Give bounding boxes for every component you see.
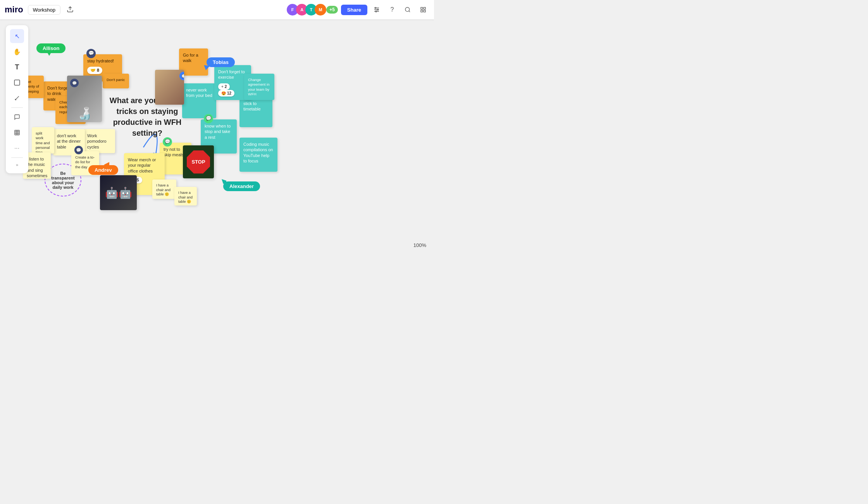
sidebar-divider bbox=[11, 107, 23, 108]
sidebar: ↖ ✋ T ··· » bbox=[6, 25, 28, 173]
chat-icon-todo: 💬 bbox=[74, 146, 83, 154]
image-stop-sign: STOP bbox=[183, 145, 214, 178]
canvas: What are your tips & tricks on staying p… bbox=[0, 19, 434, 252]
chat-icon-image: 💬 bbox=[70, 79, 79, 87]
svg-point-6 bbox=[405, 7, 410, 12]
chat-icon-stop: 💬 bbox=[204, 114, 213, 123]
allison-cursor bbox=[46, 51, 52, 56]
sticky-chair-2[interactable]: I have a chair and table 🙂 bbox=[174, 187, 197, 205]
header: miro Workshop F A T M +5 Share ? bbox=[0, 0, 434, 19]
reactions-exercise: + 2 😍 12 bbox=[218, 83, 247, 97]
svg-rect-8 bbox=[424, 7, 425, 9]
user-badge-tobias: Tobias bbox=[207, 57, 235, 67]
comment-tool[interactable] bbox=[10, 110, 24, 124]
select-tool[interactable]: ↖ bbox=[10, 29, 24, 43]
andrev-cursor bbox=[104, 162, 109, 169]
logo: miro bbox=[5, 5, 23, 15]
sticky-change-agreement[interactable]: Change agreement in your team by WFH bbox=[244, 74, 274, 100]
reaction-chip-plus[interactable]: + 2 bbox=[218, 83, 230, 90]
stop-sign: STOP bbox=[187, 150, 210, 174]
user-badge-alexander: Alexander bbox=[223, 181, 260, 191]
zoom-level: 100% bbox=[413, 242, 426, 248]
svg-line-12 bbox=[15, 96, 19, 100]
avatar-4: M bbox=[315, 4, 326, 16]
sticky-split-work[interactable]: split work time and personal time bbox=[32, 127, 54, 154]
reaction-chip-heart-eyes[interactable]: 😍 12 bbox=[218, 90, 234, 97]
sticky-dont-panic[interactable]: Don't panic bbox=[103, 74, 129, 88]
workspace-name[interactable]: Workshop bbox=[28, 5, 60, 15]
chat-icon-woman: 💬 bbox=[179, 72, 184, 80]
settings-icon[interactable] bbox=[370, 3, 383, 16]
chat-icon-stay-hydrated: 💬 bbox=[86, 49, 96, 58]
image-water-bottle: 💬 🍶 bbox=[67, 76, 102, 122]
reaction-chip-hydrated[interactable]: 🤝 8 bbox=[87, 67, 102, 74]
share-button[interactable]: Share bbox=[341, 5, 367, 15]
svg-point-4 bbox=[377, 9, 379, 10]
sticky-tool[interactable] bbox=[10, 76, 24, 90]
hand-tool[interactable]: ✋ bbox=[10, 45, 24, 59]
svg-rect-9 bbox=[421, 10, 423, 12]
svg-rect-10 bbox=[424, 10, 425, 12]
sticky-stick-timetable[interactable]: stick to timetable bbox=[239, 97, 272, 127]
upload-button[interactable] bbox=[64, 4, 77, 16]
alexander-cursor bbox=[221, 178, 226, 185]
image-stormtroopers: 🤖🤖 bbox=[100, 175, 137, 210]
menu-icon[interactable] bbox=[417, 3, 429, 16]
svg-rect-7 bbox=[421, 7, 423, 9]
svg-point-5 bbox=[375, 11, 377, 12]
sidebar-expand[interactable]: » bbox=[10, 160, 24, 169]
avatar-more: +5 bbox=[326, 6, 338, 14]
svg-marker-22 bbox=[104, 162, 109, 167]
sticky-pomodoro[interactable]: Work pomodoro cycles bbox=[83, 129, 115, 153]
help-icon[interactable]: ? bbox=[386, 3, 398, 16]
svg-rect-15 bbox=[15, 130, 19, 135]
more-tools[interactable]: ··· bbox=[10, 141, 24, 155]
svg-point-3 bbox=[375, 7, 376, 9]
pen-tool[interactable] bbox=[10, 91, 24, 105]
svg-marker-23 bbox=[221, 178, 226, 184]
image-woman-working: 💬 bbox=[155, 70, 184, 105]
avatar-group: F A T M +5 bbox=[287, 4, 338, 16]
user-badge-andrev: Andrev bbox=[88, 165, 118, 175]
frame-tool[interactable] bbox=[10, 126, 24, 140]
chat-icon-meals: 💬 bbox=[163, 137, 172, 147]
sidebar-divider-2 bbox=[11, 157, 23, 158]
header-right: F A T M +5 Share ? bbox=[287, 3, 429, 16]
search-icon[interactable] bbox=[401, 3, 414, 16]
sticky-chair-1[interactable]: I have a chair and table 🙂 bbox=[152, 180, 176, 199]
sticky-never-work-bed[interactable]: never work from your bed bbox=[182, 83, 216, 118]
reactions-hydrated: 🤝 8 bbox=[87, 67, 118, 74]
sticky-coding-music[interactable]: Coding music compilations on YouTube hel… bbox=[239, 138, 277, 172]
svg-rect-11 bbox=[14, 80, 20, 85]
text-tool[interactable]: T bbox=[10, 60, 24, 74]
